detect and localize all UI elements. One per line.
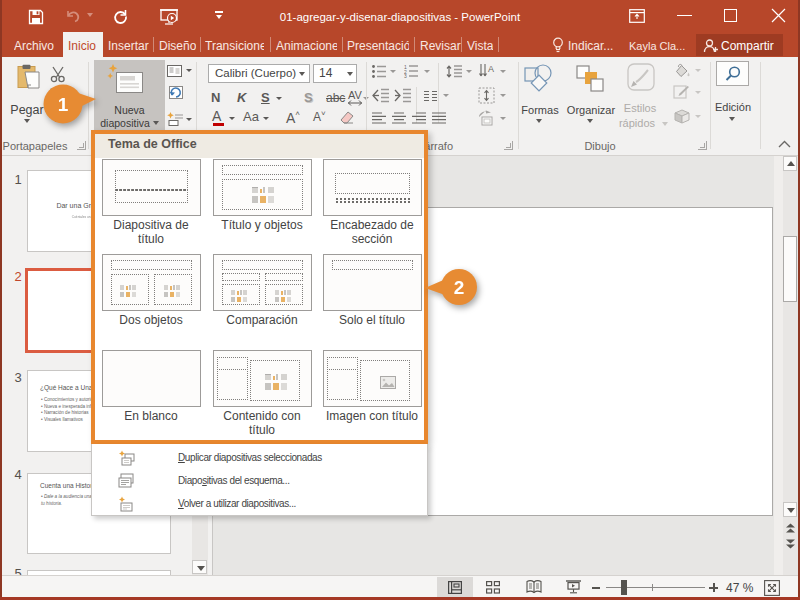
svg-text:A: A — [488, 64, 494, 74]
svg-text:3: 3 — [404, 73, 407, 78]
svg-text:2: 2 — [454, 277, 465, 298]
svg-text:1: 1 — [58, 94, 69, 115]
